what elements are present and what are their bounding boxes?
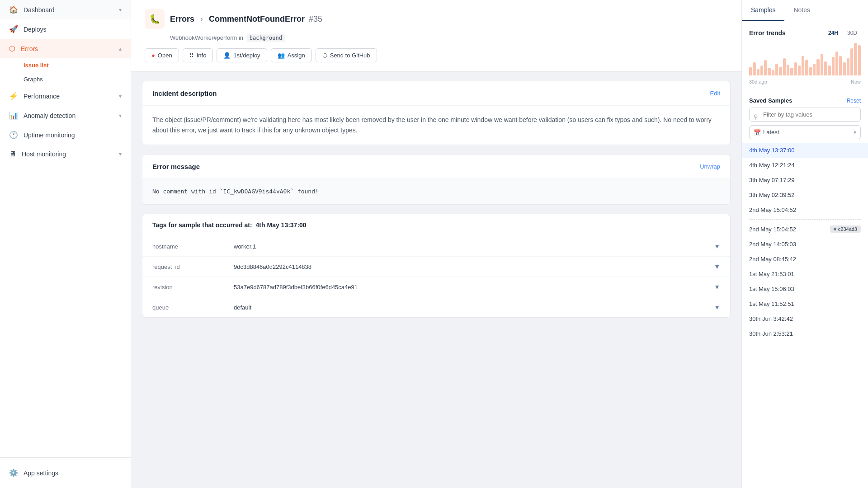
anomaly-icon: 📊 <box>9 111 18 120</box>
sidebar-item-performance[interactable]: ⚡ Performance ▾ <box>0 86 131 106</box>
list-item[interactable]: 30th Jun 3:42:42 <box>742 311 868 326</box>
sidebar-item-label: Host monitoring <box>22 150 66 158</box>
list-item[interactable]: 2nd May 14:05:03 <box>742 237 868 252</box>
open-icon: ● <box>151 52 155 59</box>
latest-select[interactable]: Latest Oldest Most Recent <box>749 125 861 139</box>
right-panel-tabs: Samples Notes <box>742 0 868 21</box>
filter-24h-button[interactable]: 24H <box>825 28 842 38</box>
right-panel: Samples Notes Error trends 24H 30D <box>741 0 868 488</box>
filter-icon: ▼ <box>714 283 720 291</box>
list-item[interactable]: 3th May 07:17:29 <box>742 173 868 188</box>
table-row: revision 53a7e9d6787ad789f3dbef3b66f0fe6… <box>142 277 730 297</box>
samples-tab-label: Samples <box>751 6 775 14</box>
list-item[interactable]: 4th May 13:37:00 <box>742 143 868 158</box>
chart-bar <box>802 56 804 75</box>
tag-key-request-id: request_id <box>142 257 224 277</box>
tag-filter-request-id[interactable]: ▼ <box>704 257 730 277</box>
tab-samples[interactable]: Samples <box>742 0 784 21</box>
chart-bar <box>821 54 823 75</box>
issue-title-row: 🐛 Errors › CommentNotFoundError #35 <box>145 9 728 29</box>
tags-table-body: hostname worker.1 ▼ request_id 9dc3d8846… <box>142 236 730 317</box>
saved-samples-section: Saved Samples Reset ⚲ 📅 Latest Oldest Mo… <box>742 92 868 348</box>
sidebar-item-issue-list[interactable]: Issue list <box>24 58 131 72</box>
assign-button[interactable]: 👥 Assign <box>271 48 312 62</box>
list-item[interactable]: 2nd May 15:04:52 <box>742 202 868 217</box>
sidebar-item-host-monitoring[interactable]: 🖥 Host monitoring ▾ <box>0 145 131 164</box>
unwrap-link[interactable]: Unwrap <box>700 163 720 170</box>
filter-input-wrap: ⚲ <box>742 108 868 125</box>
sample-date: 2nd May 14:05:03 <box>749 241 796 248</box>
filter-input[interactable] <box>749 108 861 122</box>
chevron-down-icon: ▾ <box>119 113 122 119</box>
open-label: Open <box>158 52 172 59</box>
chart-bar <box>768 68 770 75</box>
sidebar-item-uptime-monitoring[interactable]: 🕐 Uptime monitoring <box>0 125 131 145</box>
open-button[interactable]: ● Open <box>145 48 179 62</box>
chart-bar <box>794 62 797 75</box>
list-item[interactable]: 1st May 15:06:03 <box>742 282 868 296</box>
chart-bar <box>850 48 853 75</box>
chart-bar <box>835 52 838 75</box>
list-item[interactable]: 4th May 12:21:24 <box>742 158 868 173</box>
filter-icon: ▼ <box>714 243 720 250</box>
tag-value-revision: 53a7e9d6787ad789f3dbef3b66f0fe6d45ca4e91 <box>224 277 704 297</box>
tag-key-queue: queue <box>142 297 224 318</box>
reset-link[interactable]: Reset <box>847 98 861 104</box>
errors-icon: ⬡ <box>9 44 15 53</box>
sidebar-item-label: Uptime monitoring <box>24 131 75 139</box>
tag-key-hostname: hostname <box>142 236 224 257</box>
info-button[interactable]: ⠿ Info <box>183 48 213 62</box>
chart-bar <box>749 67 752 75</box>
error-code-block: No comment with id `IC_kwDOAGV9is44vA0k`… <box>142 179 730 204</box>
sidebar-item-deploys[interactable]: 🚀 Deploys <box>0 19 131 39</box>
app-settings-label: App settings <box>24 469 58 477</box>
main-content: 🐛 Errors › CommentNotFoundError #35 Webh… <box>131 0 868 488</box>
filter-30d-button[interactable]: 30D <box>844 28 861 38</box>
list-item[interactable]: 1st May 21:53:01 <box>742 267 868 282</box>
sample-date: 4th May 13:37:00 <box>749 147 794 154</box>
issue-title: Errors › CommentNotFoundError #35 <box>170 14 322 24</box>
performance-icon: ⚡ <box>9 92 18 100</box>
filter-24h-label: 24H <box>828 30 838 36</box>
tag-filter-revision[interactable]: ▼ <box>704 277 730 297</box>
trends-title: Error trends <box>749 29 786 37</box>
incident-description-header: Incident description Edit <box>142 81 730 106</box>
chart-bar <box>809 67 812 75</box>
list-item[interactable]: 3th May 02:39:52 <box>742 188 868 202</box>
sidebar-errors-submenu: Issue list Graphs <box>0 58 131 86</box>
deploys-icon: 🚀 <box>9 25 18 33</box>
dashboard-icon: 🏠 <box>9 5 18 14</box>
sidebar-item-dashboard[interactable]: 🏠 Dashboard ▾ <box>0 0 131 19</box>
list-item[interactable]: 2nd May 08:45:42 <box>742 252 868 267</box>
tag-filter-queue[interactable]: ▼ <box>704 297 730 318</box>
sidebar-item-app-settings[interactable]: ⚙️ App settings <box>0 463 131 483</box>
tags-title-prefix: Tags for sample that occurred at: <box>152 221 252 229</box>
edit-link[interactable]: Edit <box>710 90 720 97</box>
sidebar-item-graphs[interactable]: Graphs <box>24 72 131 86</box>
breadcrumb-separator: › <box>200 14 203 23</box>
badge-label: c234ad3 <box>838 226 857 232</box>
chart-bar <box>805 60 808 75</box>
sample-date: 1st May 15:06:03 <box>749 286 794 292</box>
sidebar-item-errors[interactable]: ⬡ Errors ▴ <box>0 39 131 58</box>
dashed-separator <box>749 219 861 220</box>
sample-date: 30th Jun 3:42:42 <box>749 315 793 322</box>
tab-notes[interactable]: Notes <box>784 0 819 21</box>
chart-bar <box>824 61 827 75</box>
sidebar-item-anomaly-detection[interactable]: 📊 Anomaly detection ▾ <box>0 106 131 125</box>
list-item[interactable]: 1st May 11:52:51 <box>742 296 868 311</box>
sample-date: 30th Jun 2:53:21 <box>749 330 793 337</box>
sample-date: 3th May 02:39:52 <box>749 192 794 198</box>
latest-select-wrap: 📅 Latest Oldest Most Recent ▾ <box>742 125 868 143</box>
filter-icon: ▼ <box>714 263 720 270</box>
chart-bar <box>832 57 835 75</box>
first-deploy-button[interactable]: 👤 1st/deploy <box>217 48 267 62</box>
incident-description-panel: Incident description Edit The object (is… <box>142 81 731 145</box>
list-item[interactable]: 2nd May 15:04:52 c234ad3 <box>742 221 868 237</box>
tag-filter-hostname[interactable]: ▼ <box>704 236 730 257</box>
sample-list: 4th May 13:37:00 4th May 12:21:24 3th Ma… <box>742 143 868 341</box>
send-to-github-button[interactable]: ⬡ Send to GitHub <box>316 48 377 62</box>
settings-icon: ⚙️ <box>9 469 18 477</box>
sidebar-item-label: Anomaly detection <box>24 112 75 119</box>
list-item[interactable]: 30th Jun 2:53:21 <box>742 326 868 341</box>
